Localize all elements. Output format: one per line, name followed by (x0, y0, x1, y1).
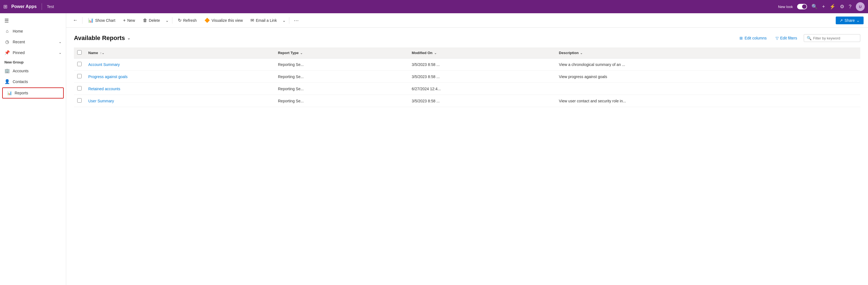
contacts-icon: 👤 (4, 79, 10, 84)
row-report-type-2: Reporting Se... (275, 83, 408, 95)
table-row: Account Summary Reporting Se... 3/5/2023… (74, 59, 860, 71)
show-chart-icon: 📊 (88, 18, 93, 23)
visualize-button[interactable]: 🔶 Visualize this view (201, 16, 246, 25)
edit-columns-label: Edit columns (744, 36, 767, 40)
show-chart-button[interactable]: 📊 Show Chart (85, 16, 119, 25)
settings-icon[interactable]: ⚙ (840, 4, 844, 10)
new-look-label: New look (778, 5, 793, 9)
sidebar-section-header: New Group (0, 58, 66, 65)
select-all-checkbox[interactable] (77, 50, 82, 55)
filter-icon[interactable]: ⚡ (829, 4, 835, 10)
help-icon[interactable]: ? (849, 4, 851, 10)
sidebar-item-contacts[interactable]: 👤 Contacts (0, 76, 66, 87)
col-description-filter-icon[interactable]: ⌄ (580, 51, 583, 55)
hamburger-button[interactable]: ☰ (0, 13, 66, 26)
new-look-toggle[interactable] (797, 4, 807, 9)
row-name-link-1[interactable]: Progress against goals (88, 74, 127, 79)
row-name-link-3[interactable]: User Summary (88, 99, 114, 103)
edit-columns-icon: ⊞ (740, 36, 743, 40)
row-checkbox-cell (74, 71, 85, 83)
row-checkbox-2[interactable] (77, 86, 82, 91)
back-button[interactable]: ← (71, 16, 80, 24)
delete-dropdown-button[interactable]: ⌄ (164, 17, 170, 24)
col-header-modified-on[interactable]: Modified On ⌄ (408, 48, 556, 59)
col-header-report-type[interactable]: Report Type ⌄ (275, 48, 408, 59)
visualize-icon: 🔶 (205, 18, 210, 23)
sidebar-item-pinned-label: Pinned (13, 51, 25, 55)
reports-icon: 📊 (7, 91, 12, 95)
page-title-text: Available Reports (74, 34, 125, 42)
env-name: Test (47, 4, 54, 9)
new-label: New (127, 18, 135, 23)
delete-icon: 🗑 (143, 18, 147, 23)
col-header-name[interactable]: Name ↑⌄ (85, 48, 275, 59)
col-report-type-filter-icon[interactable]: ⌄ (300, 51, 303, 55)
visualize-label: Visualize this view (212, 18, 243, 23)
page-title-chevron-icon[interactable]: ⌄ (127, 36, 130, 40)
col-description-label: Description (559, 51, 579, 55)
app-name: Power Apps (11, 4, 37, 9)
page-content: Available Reports ⌄ ⊞ Edit columns ▽ Edi… (66, 28, 868, 285)
add-icon[interactable]: + (822, 4, 825, 10)
col-name-sort-icon[interactable]: ↑⌄ (100, 51, 104, 55)
sidebar-item-home-label: Home (13, 29, 23, 33)
waffle-icon[interactable]: ⊞ (3, 4, 7, 10)
edit-filters-button[interactable]: ▽ Edit filters (773, 35, 799, 41)
table-row: Progress against goals Reporting Se... 3… (74, 71, 860, 83)
row-modified-on-3: 3/5/2023 8:58 ... (408, 95, 556, 107)
sidebar-item-reports-label: Reports (14, 91, 28, 95)
share-chevron-icon: ⌄ (857, 18, 860, 23)
row-checkbox-1[interactable] (77, 74, 82, 78)
table-header-row: Name ↑⌄ Report Type ⌄ Modified On ⌄ De (74, 48, 860, 59)
sidebar-item-recent-label: Recent (13, 40, 25, 44)
row-description-3: View user contact and security role in..… (556, 95, 860, 107)
row-name-3: User Summary (85, 95, 275, 107)
filter-keyword-input[interactable] (813, 36, 857, 40)
toolbar-divider-1 (82, 17, 83, 24)
row-modified-on-0: 3/5/2023 8:58 ... (408, 59, 556, 71)
search-icon[interactable]: 🔍 (811, 4, 817, 10)
avatar[interactable]: U (856, 2, 865, 11)
row-name-2: Retained accounts (85, 83, 275, 95)
sidebar-item-accounts[interactable]: 🏢 Accounts (0, 65, 66, 76)
sidebar-item-pinned[interactable]: 📌 Pinned ⌄ (0, 47, 66, 58)
pinned-chevron-icon: ⌄ (59, 51, 62, 55)
email-link-button[interactable]: ✉ Email a Link (247, 16, 280, 25)
row-checkbox-0[interactable] (77, 62, 82, 66)
refresh-button[interactable]: ↻ Refresh (175, 16, 200, 25)
show-chart-label: Show Chart (95, 18, 115, 23)
sidebar-item-accounts-label: Accounts (13, 69, 29, 73)
email-dropdown-button[interactable]: ⌄ (281, 17, 287, 24)
row-report-type-3: Reporting Se... (275, 95, 408, 107)
row-name-link-0[interactable]: Account Summary (88, 62, 120, 67)
top-nav-right: New look 🔍 + ⚡ ⚙ ? U (778, 2, 865, 11)
new-button[interactable]: + New (120, 16, 138, 25)
col-header-description[interactable]: Description ⌄ (556, 48, 860, 59)
edit-filters-icon: ▽ (776, 36, 779, 40)
more-options-button[interactable]: ⋯ (291, 16, 301, 25)
row-modified-on-1: 3/5/2023 8:58 ... (408, 71, 556, 83)
refresh-icon: ↻ (178, 18, 182, 23)
accounts-icon: 🏢 (4, 68, 10, 73)
page-actions: ⊞ Edit columns ▽ Edit filters 🔍 (737, 34, 860, 42)
sidebar-item-reports[interactable]: 📊 Reports (3, 88, 63, 98)
pinned-icon: 📌 (4, 50, 10, 55)
sidebar-item-recent[interactable]: ◷ Recent ⌄ (0, 36, 66, 47)
reports-table: Name ↑⌄ Report Type ⌄ Modified On ⌄ De (74, 48, 860, 107)
row-description-1: View progress against goals (556, 71, 860, 83)
email-label: Email a Link (256, 18, 277, 23)
table-row: User Summary Reporting Se... 3/5/2023 8:… (74, 95, 860, 107)
row-checkbox-3[interactable] (77, 98, 82, 103)
edit-columns-button[interactable]: ⊞ Edit columns (737, 35, 769, 41)
share-button[interactable]: ↗ Share ⌄ (836, 17, 864, 24)
delete-button[interactable]: 🗑 Delete (140, 16, 163, 25)
toolbar: ← 📊 Show Chart + New 🗑 Delete ⌄ ↻ Refres… (66, 13, 868, 28)
sidebar-item-home[interactable]: ⌂ Home (0, 26, 66, 36)
col-modified-on-filter-icon[interactable]: ⌄ (434, 51, 437, 55)
row-checkbox-cell (74, 83, 85, 95)
row-description-2 (556, 83, 860, 95)
recent-chevron-icon: ⌄ (59, 40, 62, 44)
new-icon: + (123, 18, 125, 23)
row-name-link-2[interactable]: Retained accounts (88, 87, 120, 91)
row-name-1: Progress against goals (85, 71, 275, 83)
